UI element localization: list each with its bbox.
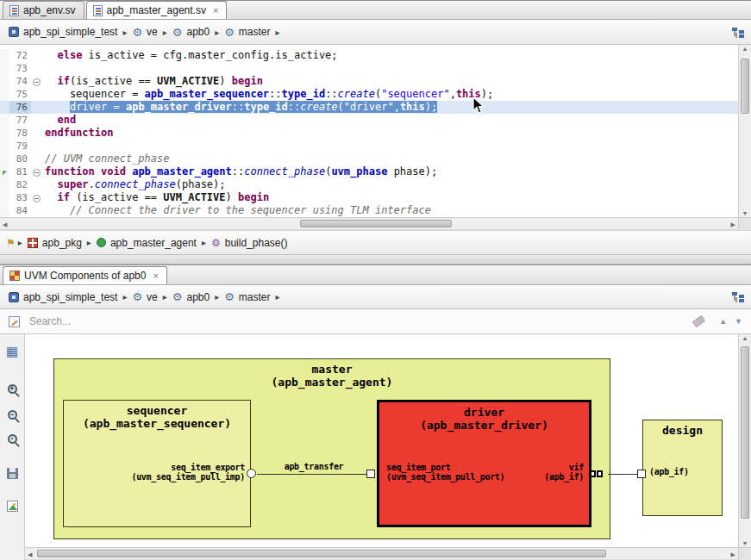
code-text: else is_active = cfg.master_config.is_ac… xyxy=(42,49,738,62)
fold-column xyxy=(31,140,42,152)
components-view-icon xyxy=(9,271,20,281)
annotation-column xyxy=(0,178,9,191)
code-line[interactable]: 77 end xyxy=(0,114,738,127)
previous-match-icon[interactable]: ▲ xyxy=(719,317,727,326)
gear-icon xyxy=(132,291,142,302)
breadcrumb-item-master[interactable]: master xyxy=(222,24,272,40)
code-line[interactable]: 80// UVM connect_phase xyxy=(0,152,738,165)
diagram-canvas[interactable]: master (apb_master_agent) sequencer (apb… xyxy=(25,334,738,547)
scrollbar-thumb[interactable] xyxy=(300,220,452,227)
code-line[interactable]: 83− if (is_active == UVM_ACTIVE) begin xyxy=(0,191,738,204)
chevron-right-icon: ▸ xyxy=(276,28,280,37)
breadcrumb-item-apb0[interactable]: apb0 xyxy=(170,289,212,305)
crumb-label: apb_spi_simple_test xyxy=(23,26,117,38)
breadcrumb-item-apb_spi_simple_test[interactable]: apb_spi_simple_test xyxy=(6,24,120,40)
zoom-in-icon xyxy=(8,384,17,394)
breadcrumb-item-ve[interactable]: ve xyxy=(129,24,160,40)
scroll-up-icon[interactable]: ▲ xyxy=(739,46,751,52)
tab-uvm-components[interactable]: UVM Components of apb0 × xyxy=(3,266,167,284)
export-button[interactable] xyxy=(7,498,18,513)
zoom-out-button[interactable] xyxy=(8,407,17,422)
scroll-left-icon[interactable]: ◀ xyxy=(28,548,32,560)
code-line[interactable]: ◤81−function void apb_master_agent::conn… xyxy=(0,165,738,178)
editor-breadcrumb-bar: apb_spi_simple_test▸ve▸apb0▸master▸ xyxy=(0,20,751,45)
tree-toggle-icon[interactable] xyxy=(732,27,745,38)
editor-bottom-breadcrumb: apb_pkg▸apb_master_agent▸build_phase() xyxy=(25,235,291,251)
collapse-icon[interactable]: − xyxy=(33,169,41,177)
scroll-up-icon[interactable]: ▲ xyxy=(739,335,751,341)
design-square-connector[interactable] xyxy=(637,470,646,478)
code-editor[interactable]: 72 else is_active = cfg.master_config.is… xyxy=(0,45,738,217)
clear-search-icon[interactable] xyxy=(692,315,705,327)
zoom-fit-button[interactable] xyxy=(8,431,17,446)
code-line[interactable]: 73 xyxy=(0,62,738,75)
tab-apb_env.sv[interactable]: apb_env.sv xyxy=(3,1,84,19)
code-line[interactable]: 82 super.connect_phase(phase); xyxy=(0,178,738,191)
driver-box[interactable]: driver (apb_master_driver) seq_item_port… xyxy=(377,400,591,527)
chevron-right-icon: ▸ xyxy=(163,28,167,37)
scrollbar-thumb[interactable] xyxy=(741,59,749,114)
next-match-icon[interactable]: ▼ xyxy=(735,317,742,326)
line-number: 81 xyxy=(9,165,31,178)
code-line[interactable]: 74− if(is_active == UVM_ACTIVE) begin xyxy=(0,75,738,88)
editor-horizontal-scrollbar[interactable]: ◀ ▶ xyxy=(0,217,738,230)
hierarchy-button[interactable] xyxy=(6,343,18,358)
diagram-vertical-scrollbar[interactable]: ▲ ▼ xyxy=(738,334,751,547)
code-line[interactable]: 75 sequencer = apb_master_sequencer::typ… xyxy=(0,88,738,101)
save-button[interactable] xyxy=(7,465,18,481)
line-number: 74 xyxy=(9,75,31,88)
breadcrumb-item-build_phase()[interactable]: build_phase() xyxy=(209,235,290,251)
code-line[interactable]: 84 // Connect the driver to the sequence… xyxy=(0,204,738,217)
export-circle-connector[interactable] xyxy=(247,469,256,478)
code-line[interactable]: 79 xyxy=(0,140,738,152)
sequencer-box[interactable]: sequencer (apb_master_sequencer) seq_ite… xyxy=(63,400,251,527)
editor-vertical-scrollbar[interactable]: ▲ ▼ xyxy=(738,45,751,217)
annotation-column xyxy=(0,152,9,165)
fold-column xyxy=(31,101,42,114)
design-box[interactable]: design (apb_if) xyxy=(642,420,723,516)
mouse-cursor xyxy=(473,96,485,115)
tab-apb_master_agent.sv[interactable]: apb_master_agent.sv× xyxy=(86,1,228,19)
breadcrumb-item-master[interactable]: master xyxy=(222,289,272,305)
scroll-right-icon[interactable]: ▶ xyxy=(731,218,735,231)
zoom-in-button[interactable] xyxy=(8,381,17,396)
breadcrumb-item-ve[interactable]: ve xyxy=(129,289,160,305)
scrollbar-thumb[interactable] xyxy=(741,346,749,519)
pane-splitter[interactable] xyxy=(0,255,751,264)
design-port-label: (apb_if) xyxy=(649,467,689,476)
save-icon xyxy=(7,468,18,479)
search-input[interactable]: Search... xyxy=(29,315,71,327)
edit-icon[interactable] xyxy=(9,316,20,327)
annotation-column xyxy=(0,62,9,75)
collapse-icon[interactable]: − xyxy=(33,78,41,86)
breadcrumb-item-apb0[interactable]: apb0 xyxy=(170,24,212,40)
vif-connector[interactable] xyxy=(590,470,603,477)
code-line[interactable]: 78endfunction xyxy=(0,127,738,140)
code-line[interactable]: 72 else is_active = cfg.master_config.is… xyxy=(0,49,738,62)
close-tab-icon[interactable]: × xyxy=(153,271,158,280)
code-line[interactable]: 76 driver = apb_master_driver::type_id::… xyxy=(0,101,738,114)
line-number: 79 xyxy=(9,140,31,152)
line-number: 80 xyxy=(9,152,31,165)
fold-column: − xyxy=(31,191,42,204)
close-tab-icon[interactable]: × xyxy=(213,6,218,15)
class-icon xyxy=(97,238,106,247)
code-text: end xyxy=(42,114,738,127)
scroll-left-icon[interactable]: ◀ xyxy=(3,218,7,231)
port-name: seq_item_port xyxy=(386,463,504,472)
breadcrumb-item-apb_spi_simple_test[interactable]: apb_spi_simple_test xyxy=(6,289,120,305)
code-text: // UVM connect_phase xyxy=(42,152,738,165)
chevron-right-icon: ▸ xyxy=(122,292,127,302)
diagram-horizontal-scrollbar[interactable]: ◀ ▶ xyxy=(25,547,738,560)
collapse-icon[interactable]: − xyxy=(33,195,41,202)
code-text xyxy=(42,140,738,152)
scroll-down-icon[interactable]: ▼ xyxy=(739,540,751,546)
scroll-down-icon[interactable]: ▼ xyxy=(739,210,751,216)
scrollbar-thumb[interactable] xyxy=(37,550,606,557)
breadcrumb-item-apb_pkg[interactable]: apb_pkg xyxy=(25,235,84,251)
breadcrumb-item-apb_master_agent[interactable]: apb_master_agent xyxy=(94,235,199,251)
tree-toggle-icon[interactable] xyxy=(732,291,745,302)
chevron-right-icon: ▸ xyxy=(87,238,91,247)
scroll-right-icon[interactable]: ▶ xyxy=(731,548,735,560)
crumb-label: apb_pkg xyxy=(42,237,82,249)
